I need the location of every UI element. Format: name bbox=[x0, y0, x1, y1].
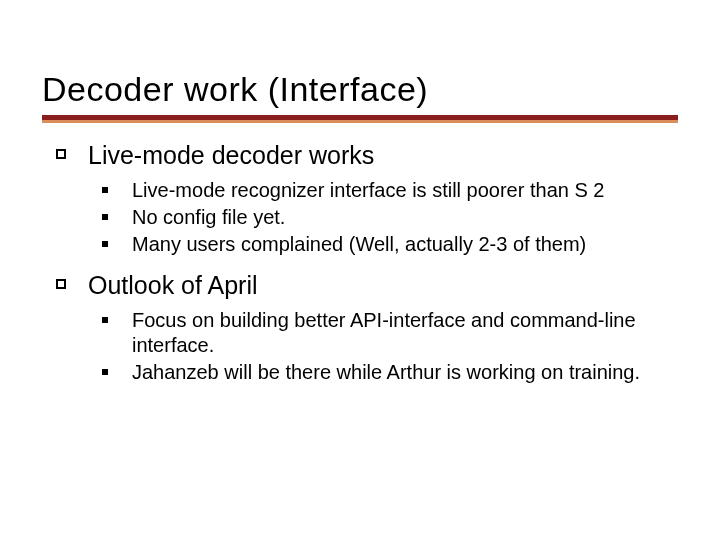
title-underline bbox=[42, 115, 678, 123]
slide: Decoder work (Interface) Live-mode decod… bbox=[0, 0, 720, 540]
section-1-items: Focus on building better API-interface a… bbox=[102, 308, 678, 385]
list-item: Live-mode recognizer interface is still … bbox=[102, 178, 678, 203]
list-item-text: Focus on building better API-interface a… bbox=[132, 308, 678, 358]
square-bullet-icon bbox=[102, 317, 108, 323]
list-item-text: Live-mode recognizer interface is still … bbox=[132, 178, 604, 203]
square-bullet-icon bbox=[102, 369, 108, 375]
list-item-text: Many users complained (Well, actually 2-… bbox=[132, 232, 586, 257]
section-heading: Live-mode decoder works bbox=[88, 141, 374, 170]
list-item: Many users complained (Well, actually 2-… bbox=[102, 232, 678, 257]
square-bullet-icon bbox=[102, 241, 108, 247]
square-bullet-icon bbox=[102, 187, 108, 193]
list-item: Focus on building better API-interface a… bbox=[102, 308, 678, 358]
list-item-text: No config file yet. bbox=[132, 205, 285, 230]
list-item: Jahanzeb will be there while Arthur is w… bbox=[102, 360, 678, 385]
list-item-text: Jahanzeb will be there while Arthur is w… bbox=[132, 360, 640, 385]
section-0: Live-mode decoder works bbox=[56, 141, 678, 170]
square-open-bullet-icon bbox=[56, 149, 66, 159]
square-bullet-icon bbox=[102, 214, 108, 220]
list-item: No config file yet. bbox=[102, 205, 678, 230]
square-open-bullet-icon bbox=[56, 279, 66, 289]
section-0-items: Live-mode recognizer interface is still … bbox=[102, 178, 678, 257]
section-heading: Outlook of April bbox=[88, 271, 258, 300]
slide-title: Decoder work (Interface) bbox=[42, 70, 678, 109]
section-1: Outlook of April bbox=[56, 271, 678, 300]
